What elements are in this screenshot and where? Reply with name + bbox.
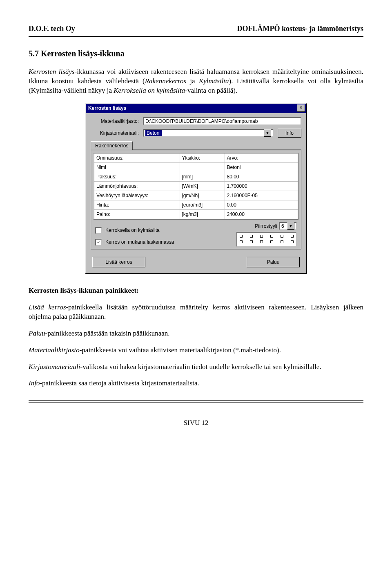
label-piirrostyyli: Piirrostyyli xyxy=(255,223,277,229)
checkbox-row-kylmasilta[interactable]: Kerroksella on kylmäsilta xyxy=(95,227,236,234)
para-kirjastomateriaali: Kirjastomateriaali-valikosta voi hakea k… xyxy=(29,362,363,372)
header-rule-thick xyxy=(29,36,363,37)
table-row: Hinta:[euro/m3]0.00 xyxy=(94,200,298,209)
piirrostyyli-select[interactable]: 6 ▼ xyxy=(279,222,297,230)
header-left: D.O.F. tech Oy xyxy=(29,24,75,33)
dialog-window: Kerrosten lisäys × Materiaalikirjasto: D… xyxy=(85,103,307,274)
label-materiaalikirjasto: Materiaalikirjasto: xyxy=(91,118,143,124)
para-paluu: Paluu-painikkeesta päästään takaisin pää… xyxy=(29,329,363,338)
dialog-titlebar: Kerrosten lisäys × xyxy=(86,104,306,113)
checkbox-icon[interactable]: ✓ xyxy=(95,239,102,246)
pattern-preview xyxy=(236,232,297,247)
table-row: Paksuus:[mm]80.00 xyxy=(94,172,298,181)
info-button[interactable]: Info xyxy=(278,129,301,138)
dialog-screenshot: Kerrosten lisäys × Materiaalikirjasto: D… xyxy=(29,103,363,274)
tab-panel: Ominaisuus: Yksikkö: Arvo: NimiBetoni Pa… xyxy=(91,150,301,249)
page-header: D.O.F. tech Oy DOFLÄMPÖ kosteus- ja lämm… xyxy=(29,24,363,33)
table-header-row: Ominaisuus: Yksikkö: Arvo: xyxy=(94,153,298,163)
para-lisaa-kerros: Lisää kerros-painikkeella lisätään syött… xyxy=(29,303,363,322)
tab-rakennekerros[interactable]: Rakennekerros xyxy=(91,141,133,150)
label-kirjastomateriaali: Kirjastomateriaali: xyxy=(91,130,143,136)
intro-paragraph: Kerrosten lisäys-ikkunassa voi aktiivise… xyxy=(29,67,363,96)
checkbox-row-laskennassa[interactable]: ✓ Kerros on mukana laskennassa xyxy=(95,239,236,246)
para-info: Info-painikkeesta saa tietoja aktiivises… xyxy=(29,379,363,388)
col-arvo: Arvo: xyxy=(225,153,298,163)
footer-rule-thick xyxy=(29,400,363,401)
table-row: NimiBetoni xyxy=(94,162,298,172)
para-materiaalikirjasto: Materiaalikirjasto-painikkeesta voi vaih… xyxy=(29,346,363,355)
materiaalikirjasto-input[interactable]: D:\CKOODIT\BUILDER\DOFLAMPO\doflampo.mab xyxy=(143,117,301,125)
table-row: Vesihöyryn läpäisevyys:[gm/Nh]2.160000E-… xyxy=(94,191,298,200)
page-footer: SIVU 12 xyxy=(29,419,363,427)
add-layer-button[interactable]: Lisää kerros xyxy=(92,257,145,267)
tab-strip: Rakennekerros xyxy=(91,141,301,150)
properties-table: Ominaisuus: Yksikkö: Arvo: NimiBetoni Pa… xyxy=(94,153,298,220)
chevron-down-icon[interactable]: ▼ xyxy=(264,129,271,137)
close-icon[interactable]: × xyxy=(297,105,305,112)
dialog-title: Kerrosten lisäys xyxy=(88,105,126,111)
checkbox-icon[interactable] xyxy=(95,227,102,234)
header-right: DOFLÄMPÖ kosteus- ja lämmöneristys xyxy=(237,24,363,33)
table-row: Lämmönjohtavuus:[W/mK]1.700000 xyxy=(94,181,298,191)
subheading: Kerrosten lisäys-ikkunan painikkeet: xyxy=(29,286,363,296)
col-yksikko: Yksikkö: xyxy=(180,153,225,163)
header-rule-thin xyxy=(29,34,363,34)
section-title: 5.7 Kerrosten lisäys-ikkuna xyxy=(29,49,363,58)
col-ominaisuus: Ominaisuus: xyxy=(94,153,180,163)
kirjastomateriaali-select[interactable]: Betoni ▼ xyxy=(143,129,274,137)
table-row: Paino:[kg/m3]2400.00 xyxy=(94,209,298,219)
back-button[interactable]: Paluu xyxy=(247,257,300,267)
chevron-down-icon[interactable]: ▼ xyxy=(287,222,294,230)
footer-rule-thin xyxy=(29,402,363,402)
